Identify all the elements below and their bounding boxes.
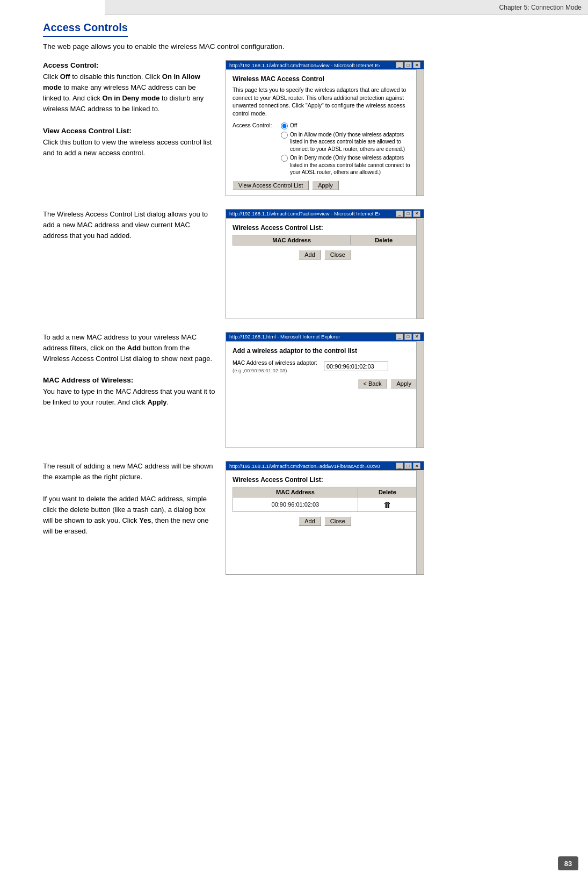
close-button-2[interactable]: ✕	[413, 211, 420, 217]
view-list-heading: View Access Control List:	[43, 127, 132, 135]
add-dialog-spacer	[233, 388, 417, 442]
minimize-button-3[interactable]: _	[396, 334, 403, 340]
radio-off-input[interactable]	[281, 122, 288, 129]
browser-window-4: http://192.168.1.1/wlmacfit.cmd?action=a…	[226, 461, 424, 575]
section-add-mac: To add a new MAC address to your wireles…	[43, 332, 567, 448]
minimize-button-1[interactable]: _	[396, 62, 403, 68]
browser-titlebar-3: http://192.168.1.html - Microsoft Intern…	[226, 333, 424, 341]
section-right-2: http://192.168.1.1/wlmacfit.cmd?action=v…	[226, 209, 567, 319]
section-right-3: http://192.168.1.html - Microsoft Intern…	[226, 332, 567, 448]
radio-deny[interactable]: On in Deny mode (Only those wireless ada…	[281, 154, 417, 176]
scrollbar-3[interactable]	[416, 341, 424, 448]
window-buttons-1: _ □ ✕	[396, 62, 420, 68]
radio-allow[interactable]: On in Allow mode (Only those wireless ad…	[281, 131, 417, 153]
radio-allow-input[interactable]	[281, 132, 288, 139]
chapter-header: Chapter 5: Connection Mode	[105, 0, 588, 15]
scrollbar-2[interactable]	[416, 218, 424, 319]
scrollbar-1[interactable]	[416, 69, 424, 196]
apply-button-1[interactable]: Apply	[312, 181, 339, 190]
section-access-control: Access Control: Click Off to disable thi…	[43, 60, 567, 196]
browser-window-1: http://192.168.1.1/wlmacfit.cmd?action=v…	[226, 60, 424, 196]
result-delete-desc: If you want to delete the added MAC addr…	[43, 494, 216, 537]
radio-allow-label: On in Allow mode (Only those wireless ad…	[290, 131, 417, 153]
mac-cell: 00:90:96:01:02:03	[233, 497, 358, 512]
page-title: Access Controls	[43, 21, 128, 37]
mac-address-input[interactable]	[324, 362, 388, 371]
browser-titlebar-4: http://192.168.1.1/wlmacfit.cmd?action=a…	[226, 461, 424, 470]
wmac-control-row: Access Control: Off On in Allow mode (On…	[233, 122, 417, 176]
browser-body-4: Wireless Access Control List: MAC Addres…	[226, 470, 424, 574]
wmac-buttons: View Access Control List Apply	[233, 181, 417, 190]
wacl-description: The Wireless Access Control List dialog …	[43, 209, 216, 241]
mac-address-desc: You have to type in the MAC Address that…	[43, 387, 215, 406]
browser-url-3: http://192.168.1.html - Microsoft Intern…	[229, 334, 340, 340]
result-col-delete: Delete	[358, 487, 417, 497]
window-buttons-3: _ □ ✕	[396, 334, 420, 340]
window-buttons-4: _ □ ✕	[396, 463, 420, 469]
radio-deny-label: On in Deny mode (Only those wireless ada…	[290, 154, 417, 176]
wacl-dialog-title: Wireless Access Control List:	[233, 224, 417, 232]
result-spacer	[233, 526, 417, 569]
table-row: 00:90:96:01:02:03 🗑	[233, 497, 417, 512]
window-buttons-2: _ □ ✕	[396, 211, 420, 217]
browser-body-2: Wireless Access Control List: MAC Addres…	[226, 218, 424, 319]
wmac-title: Wireless MAC Access Control	[233, 75, 417, 83]
scrollbar-4[interactable]	[416, 470, 424, 574]
result-panel: Wireless Access Control List: MAC Addres…	[226, 470, 424, 574]
radio-deny-input[interactable]	[281, 155, 288, 162]
add-dialog-title: Add a wireless adaptor to the control li…	[233, 347, 417, 355]
wacl-panel: Wireless Access Control List: MAC Addres…	[226, 218, 424, 319]
browser-body-1: Wireless MAC Access Control This page le…	[226, 69, 424, 196]
radio-off[interactable]: Off	[281, 122, 417, 129]
close-button-1[interactable]: ✕	[413, 62, 420, 68]
browser-titlebar-2: http://192.168.1.1/wlmacfit.cmd?action=v…	[226, 210, 424, 218]
browser-url-2: http://192.168.1.1/wlmacfit.cmd?action=v…	[229, 211, 380, 217]
access-control-heading: Access Control:	[43, 61, 99, 69]
section-right-4: http://192.168.1.1/wlmacfit.cmd?action=a…	[226, 461, 567, 575]
mac-hint: (e.g.,00:90:96:01:02:03)	[233, 367, 287, 373]
add-adaptor-panel: Add a wireless adaptor to the control li…	[226, 341, 424, 448]
delete-cell[interactable]: 🗑	[358, 497, 417, 512]
add-button-2[interactable]: Add	[299, 516, 321, 526]
minimize-button-2[interactable]: _	[396, 211, 403, 217]
browser-titlebar-1: http://192.168.1.1/wlmacfit.cmd?action=v…	[226, 61, 424, 69]
browser-url-1: http://192.168.1.1/wlmacfit.cmd?action=v…	[229, 62, 380, 68]
result-col-mac: MAC Address	[233, 487, 358, 497]
close-button-3[interactable]: ✕	[413, 334, 420, 340]
maximize-button-4[interactable]: □	[404, 463, 412, 469]
page-number: 83	[558, 856, 578, 870]
add-mac-intro: To add a new MAC address to your wireles…	[43, 332, 216, 364]
view-access-list-button[interactable]: View Access Control List	[233, 181, 309, 190]
result-buttons: Add Close	[233, 516, 417, 526]
section-result: The result of adding a new MAC address w…	[43, 461, 567, 575]
add-button-1[interactable]: Add	[299, 250, 321, 259]
apply-button-2[interactable]: Apply	[390, 379, 417, 388]
chapter-title: Chapter 5: Connection Mode	[499, 4, 582, 11]
minimize-button-4[interactable]: _	[396, 463, 403, 469]
col-mac-address: MAC Address	[233, 235, 351, 245]
wacl-spacer	[233, 259, 417, 313]
back-button[interactable]: < Back	[358, 379, 388, 388]
intro-text: The web page allows you to enable the wi…	[43, 42, 567, 51]
close-button-dialog-1[interactable]: Close	[324, 250, 351, 259]
add-dialog-row: MAC Address of wireless adaptor: (e.g.,0…	[233, 359, 417, 374]
wmac-desc: This page lets you to specify the wirele…	[233, 86, 417, 118]
add-dialog-label: MAC Address of wireless adaptor: (e.g.,0…	[233, 359, 324, 374]
wacl-buttons: Add Close	[233, 250, 417, 259]
section-wacl: The Wireless Access Control List dialog …	[43, 209, 567, 319]
trash-icon[interactable]: 🗑	[382, 499, 392, 510]
close-button-dialog-2[interactable]: Close	[324, 516, 351, 526]
maximize-button-3[interactable]: □	[404, 334, 412, 340]
browser-body-3: Add a wireless adaptor to the control li…	[226, 341, 424, 448]
browser-url-4: http://192.168.1.1/wlmacfit.cmd?action=a…	[229, 463, 380, 469]
add-dialog-buttons: < Back Apply	[233, 379, 417, 388]
wmac-control-label: Access Control:	[233, 122, 281, 128]
browser-window-3: http://192.168.1.html - Microsoft Intern…	[226, 332, 424, 448]
maximize-button-2[interactable]: □	[404, 211, 412, 217]
radio-off-label: Off	[290, 122, 297, 129]
maximize-button-1[interactable]: □	[404, 62, 412, 68]
result-dialog-title: Wireless Access Control List:	[233, 476, 417, 484]
section-left-2: The Wireless Access Control List dialog …	[43, 209, 226, 241]
close-button-4[interactable]: ✕	[413, 463, 420, 469]
mac-address-heading: MAC Address of Wireless:	[43, 376, 133, 384]
